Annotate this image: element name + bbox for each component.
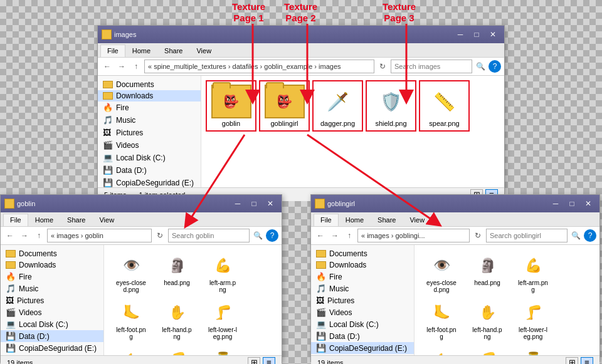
goblin-sidebar-videos[interactable]: 🎬 Videos	[1, 306, 103, 318]
goblin-up-button[interactable]: ↑	[33, 229, 45, 242]
goblin-file-left-arm[interactable]: 💪 left-arm.png	[201, 251, 244, 294]
goblin-back-button[interactable]: ←	[4, 229, 16, 242]
goblingirl-sidebar-music[interactable]: 🎵 Music	[311, 283, 414, 294]
sidebar-item-videos[interactable]: 🎬 Videos	[98, 139, 201, 152]
goblin-file-eyes[interactable]: 👁️ eyes-closed.png	[110, 251, 152, 294]
sidebar-item-copia[interactable]: 💾 CopiaDeSeguridad (E:)	[98, 177, 201, 187]
goblin-breadcrumb[interactable]: « images › goblin	[47, 229, 152, 242]
goblingirl-file-left-hand[interactable]: ✋ left-hand.png	[466, 298, 509, 341]
sidebar-item-local-disk[interactable]: 💻 Local Disk (C:)	[98, 152, 201, 164]
goblin-tab-file[interactable]: File	[3, 214, 28, 226]
goblingirl-sidebar-videos[interactable]: 🎬 Videos	[311, 306, 414, 318]
sidebar-item-pictures[interactable]: 🖼 Pictures	[98, 127, 201, 139]
goblin-sidebar-documents[interactable]: Documents	[1, 248, 103, 259]
goblingirl-tab-home[interactable]: Home	[339, 214, 371, 226]
close-button[interactable]: ✕	[485, 29, 500, 40]
goblin-maximize-button[interactable]: □	[246, 198, 261, 209]
tab-share[interactable]: Share	[157, 44, 189, 57]
tab-home[interactable]: Home	[125, 44, 157, 57]
goblingirl-sidebar-downloads[interactable]: Downloads	[311, 259, 414, 271]
goblin-tab-view[interactable]: View	[92, 214, 121, 226]
help-button[interactable]: ?	[488, 60, 501, 73]
goblin-view-tiles-button[interactable]: ⊞	[248, 357, 260, 365]
downloads-icon	[103, 92, 113, 100]
goblingirl-up-button[interactable]: ↑	[343, 229, 356, 242]
tab-view[interactable]: View	[189, 44, 218, 57]
goblingirl-sidebar-documents[interactable]: Documents	[311, 248, 414, 259]
goblingirl-refresh-button[interactable]: ↻	[472, 229, 484, 242]
goblingirl-file-left-arm[interactable]: 💪 left-arm.png	[512, 251, 554, 294]
refresh-button[interactable]: ↻	[376, 60, 389, 73]
file-item-spear[interactable]: 📏 spear.png	[421, 82, 468, 130]
sidebar-item-fire[interactable]: 🔥 Fire	[98, 101, 201, 114]
goblingirl-search-button[interactable]: 🔍	[569, 229, 582, 242]
goblin-sidebar-local-disk[interactable]: 💻 Local Disk (C:)	[1, 318, 103, 330]
gg-view-list-button[interactable]: ≡	[581, 357, 593, 365]
goblin-sidebar-downloads[interactable]: Downloads	[1, 259, 103, 271]
goblin-tab-home[interactable]: Home	[28, 214, 60, 226]
goblingirl-sidebar-local-disk[interactable]: 💻 Local Disk (C:)	[311, 318, 414, 330]
goblingirl-sidebar-pictures[interactable]: 🖼 Pictures	[311, 294, 414, 306]
goblingirl-tab-share[interactable]: Share	[371, 214, 403, 226]
file-item-shield[interactable]: 🛡️ shield.png	[367, 82, 415, 130]
goblin-view-list-button[interactable]: ≡	[263, 357, 275, 365]
goblingirl-help-button[interactable]: ?	[584, 229, 596, 242]
forward-button[interactable]: →	[115, 60, 128, 73]
goblingirl-sidebar-data-d[interactable]: 💾 Data (D:)	[311, 330, 414, 342]
goblingirl-back-button[interactable]: ←	[314, 229, 327, 242]
goblingirl-minimize-button[interactable]: ─	[548, 198, 563, 209]
goblin-minimize-button[interactable]: ─	[230, 198, 245, 209]
goblin-file-left-foot[interactable]: 🦶 left-foot.png	[110, 298, 152, 341]
goblin-file-left-hand[interactable]: ✋ left-hand.png	[156, 298, 198, 341]
goblingirl-forward-button[interactable]: →	[329, 229, 341, 242]
goblin-close-button[interactable]: ✕	[263, 198, 278, 209]
goblin-search-button[interactable]: 🔍	[251, 229, 264, 242]
goblingirl-tab-view[interactable]: View	[403, 214, 431, 226]
goblin-refresh-button[interactable]: ↻	[154, 229, 166, 242]
goblingirl-maximize-button[interactable]: □	[564, 198, 579, 209]
goblingirl-sidebar-copia[interactable]: 💾 CopiaDeSeguridad (E:)	[311, 342, 414, 354]
goblingirl-file-neck[interactable]: 🫙 neck.png	[512, 345, 554, 355]
goblin-sidebar-data-d[interactable]: 💾 Data (D:)	[1, 330, 103, 342]
goblingirl-file-left-upper-leg[interactable]: 🦵 left-upper-l	[466, 345, 509, 355]
goblin-sidebar-music[interactable]: 🎵 Music	[1, 283, 103, 294]
goblin-sidebar-copia[interactable]: 💾 CopiaDeSeguridad (E:)	[1, 342, 103, 354]
sidebar-item-music[interactable]: 🎵 Music	[98, 114, 201, 127]
goblingirl-file-left-shoulder[interactable]: 🫱 left-should	[420, 345, 463, 355]
goblingirl-tab-file[interactable]: File	[314, 214, 339, 226]
main-search-input[interactable]	[391, 60, 472, 73]
goblin-help-button[interactable]: ?	[266, 229, 278, 242]
main-breadcrumb[interactable]: « spine_multiple_textures › datafiles › …	[144, 60, 374, 73]
goblin-file-left-lower-leg[interactable]: 🦵 left-lower-leg.png	[201, 298, 244, 341]
file-item-dagger[interactable]: 🗡️ dagger.png	[314, 82, 361, 130]
gg-view-tiles-button[interactable]: ⊞	[566, 357, 578, 365]
goblingirl-file-eyes[interactable]: 👁️ eyes-closed.png	[420, 251, 463, 294]
goblingirl-breadcrumb[interactable]: « images › goblingi...	[357, 229, 470, 242]
goblin-file-left-shoulder[interactable]: 🫱 left-shoulder.png	[110, 345, 152, 355]
goblin-file-neck[interactable]: 🫙 neck.png	[201, 345, 244, 355]
file-item-goblin[interactable]: 👺 goblin	[208, 82, 255, 130]
sidebar-item-downloads[interactable]: Downloads	[98, 90, 201, 101]
goblin-file-left-upper-leg[interactable]: 🦵 left-upper-leg.png	[156, 345, 198, 355]
tab-file[interactable]: File	[100, 44, 125, 57]
back-button[interactable]: ←	[101, 60, 114, 73]
goblingirl-close-button[interactable]: ✕	[581, 198, 596, 209]
goblingirl-file-left-foot[interactable]: 🦶 left-foot.png	[420, 298, 463, 341]
goblingirl-sidebar-fire[interactable]: 🔥 Fire	[311, 271, 414, 283]
goblingirl-file-left-lower-leg[interactable]: 🦵 left-lower-leg.png	[512, 298, 554, 341]
search-button[interactable]: 🔍	[474, 60, 487, 73]
goblingirl-file-head[interactable]: 🗿 head.png	[466, 251, 509, 294]
up-button[interactable]: ↑	[130, 60, 142, 73]
sidebar-item-data-d[interactable]: 💾 Data (D:)	[98, 164, 201, 177]
file-item-goblingirl[interactable]: 👺 goblingirl	[261, 82, 308, 130]
goblin-forward-button[interactable]: →	[18, 229, 31, 242]
maximize-button[interactable]: □	[469, 29, 484, 40]
goblin-tab-share[interactable]: Share	[60, 214, 92, 226]
sidebar-item-documents[interactable]: Documents	[98, 79, 201, 90]
goblin-file-head[interactable]: 🗿 head.png	[156, 251, 198, 294]
minimize-button[interactable]: ─	[453, 29, 468, 40]
goblin-sidebar-pictures[interactable]: 🖼 Pictures	[1, 294, 103, 306]
goblin-search-input[interactable]	[168, 229, 250, 242]
goblin-sidebar-fire[interactable]: 🔥 Fire	[1, 271, 103, 283]
goblingirl-search-input[interactable]	[486, 229, 568, 242]
